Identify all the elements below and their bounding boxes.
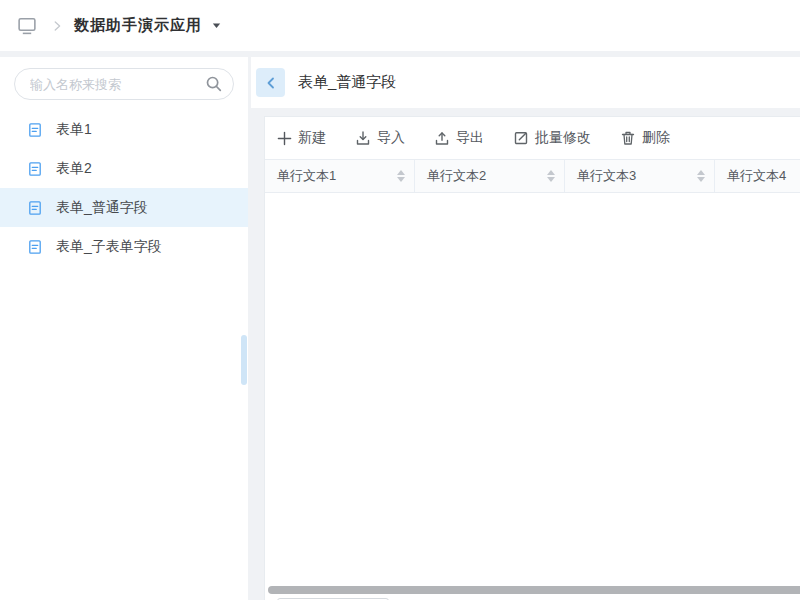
monitor-icon[interactable] (16, 15, 38, 36)
column-header-1[interactable]: 单行文本1 (265, 160, 415, 192)
document-icon (27, 161, 43, 177)
table-card: 新建 导入 导出 (264, 116, 800, 600)
chevron-right-icon (50, 19, 64, 33)
export-button-label: 导出 (456, 129, 484, 147)
column-label: 单行文本4 (727, 167, 786, 185)
column-label: 单行文本3 (577, 167, 636, 185)
delete-button-label: 删除 (642, 129, 670, 147)
sidebar-item-label: 表单1 (56, 121, 92, 139)
search-input[interactable] (14, 68, 234, 100)
page-title: 表单_普通字段 (298, 73, 396, 92)
export-button[interactable]: 导出 (434, 129, 484, 147)
column-label: 单行文本1 (277, 167, 336, 185)
trash-icon (620, 130, 636, 146)
search-box (14, 68, 234, 100)
sort-caret-icon[interactable] (547, 170, 555, 182)
caret-down-icon[interactable] (210, 19, 223, 32)
batch-edit-button[interactable]: 批量修改 (513, 129, 591, 147)
column-header-3[interactable]: 单行文本3 (565, 160, 715, 192)
table-body (265, 193, 800, 553)
sidebar-item-form-normal-fields[interactable]: 表单_普通字段 (0, 188, 248, 227)
document-icon (27, 239, 43, 255)
column-header-4[interactable]: 单行文本4 (715, 160, 800, 192)
edit-icon (513, 130, 529, 146)
new-button[interactable]: 新建 (277, 129, 326, 147)
horizontal-scrollbar-thumb[interactable] (268, 586, 800, 594)
sidebar-item-label: 表单2 (56, 160, 92, 178)
toolbar: 新建 导入 导出 (265, 117, 800, 159)
document-icon (27, 122, 43, 138)
chevron-left-icon (263, 75, 279, 91)
sidebar-item-form2[interactable]: 表单2 (0, 149, 248, 188)
import-icon (355, 130, 371, 146)
new-button-label: 新建 (298, 129, 326, 147)
search-icon[interactable] (205, 75, 223, 93)
sort-caret-icon[interactable] (697, 170, 705, 182)
sidebar-item-form-subform-fields[interactable]: 表单_子表单字段 (0, 227, 248, 266)
sidebar-scrollbar-thumb[interactable] (241, 335, 247, 385)
sidebar: 表单1 表单2 表单_普通字段 (0, 57, 248, 600)
sidebar-item-label: 表单_子表单字段 (56, 238, 162, 256)
form-list: 表单1 表单2 表单_普通字段 (0, 110, 248, 266)
table-header-row: 单行文本1 单行文本2 单行文本3 单行文本4 (265, 159, 800, 193)
delete-button[interactable]: 删除 (620, 129, 670, 147)
sidebar-item-label: 表单_普通字段 (56, 199, 148, 217)
sidebar-item-form1[interactable]: 表单1 (0, 110, 248, 149)
topbar: 数据助手演示应用 (0, 0, 800, 51)
column-label: 单行文本2 (427, 167, 486, 185)
column-header-2[interactable]: 单行文本2 (415, 160, 565, 192)
export-icon (434, 130, 450, 146)
app-title: 数据助手演示应用 (74, 16, 202, 35)
content-header: 表单_普通字段 (251, 57, 800, 108)
sort-caret-icon[interactable] (397, 170, 405, 182)
import-button[interactable]: 导入 (355, 129, 405, 147)
document-icon (27, 200, 43, 216)
batch-edit-button-label: 批量修改 (535, 129, 591, 147)
import-button-label: 导入 (377, 129, 405, 147)
back-button[interactable] (256, 68, 285, 97)
plus-icon (277, 131, 292, 146)
